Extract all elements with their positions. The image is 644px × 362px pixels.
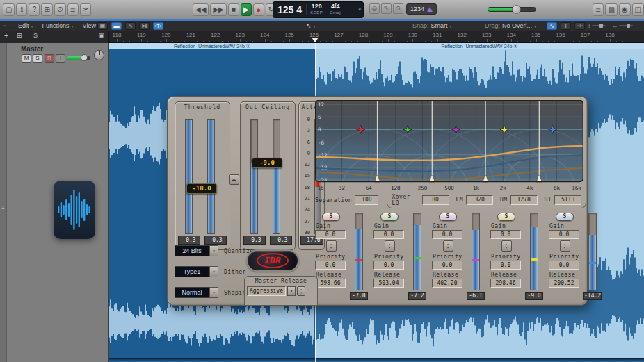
band-4-priority[interactable]: 0.0	[490, 261, 521, 270]
input-monitor-button[interactable]: I	[56, 54, 65, 63]
chevron-down-icon[interactable]: ▾	[209, 266, 218, 277]
grid-view-icon[interactable]: ▦	[97, 22, 108, 30]
vertical-zoom-slider[interactable]: ↕	[588, 23, 606, 29]
list-icon[interactable]: ≣	[593, 3, 604, 16]
band-1-marker[interactable]	[355, 259, 362, 261]
notepad-icon[interactable]: ▤	[605, 3, 617, 16]
volume-thumb[interactable]	[512, 5, 521, 14]
band-1-release[interactable]: 598.66	[315, 279, 346, 288]
band-3-priority[interactable]: 0.0	[432, 261, 462, 270]
band-4-release[interactable]: 298.46	[490, 279, 521, 288]
band-2-gain[interactable]: 0.0	[373, 230, 404, 239]
auto-zoom-icon[interactable]: ⊣⊢	[574, 22, 585, 30]
chevron-down-icon[interactable]: ▾	[287, 286, 296, 296]
band-3-solo-button[interactable]: S	[439, 213, 457, 221]
add-track-button[interactable]: +	[4, 32, 8, 40]
multiband-graph[interactable]: 1260-6-12-18-241632641282505001k2k4k8k16…	[315, 100, 583, 192]
ceiling-fader[interactable]: -9.0	[252, 158, 282, 168]
help-icon[interactable]: ?	[29, 3, 40, 16]
band-2-priority[interactable]: 0.0	[373, 261, 404, 270]
track-volume-thumb[interactable]	[81, 54, 88, 61]
monitor-icon[interactable]: ◫	[632, 3, 644, 16]
band-3-gain-stepper[interactable]: ▴▾	[443, 240, 453, 252]
forward-button[interactable]: ▶▶	[210, 3, 226, 16]
band-2-marker[interactable]	[414, 257, 421, 259]
band-3-marker[interactable]	[472, 259, 479, 261]
region-name-bar[interactable]: Reflection_UnmasteredWAV-24b ①	[315, 43, 644, 49]
solo-mode-button[interactable]: S	[393, 3, 403, 14]
dither-dropdown[interactable]: Type1▾	[175, 266, 218, 277]
snap-menu[interactable]: Snap: Smart ▾	[412, 22, 452, 30]
region-name-bar[interactable]: Reflection_UnmasteredWAV-24b ①	[109, 43, 315, 49]
band-1-gain-stepper[interactable]: ▴▾	[326, 240, 337, 252]
link-icon[interactable]: ⌁	[3, 22, 6, 30]
slider-thumb[interactable]	[599, 24, 603, 28]
track-volume-slider[interactable]	[67, 56, 90, 60]
threshold-value-right[interactable]: -0.3	[204, 236, 227, 245]
band-3-release[interactable]: 402.20	[432, 279, 462, 288]
band-4-marker[interactable]	[531, 258, 538, 261]
drag-menu[interactable]: Drag: No Overl... ▾	[485, 22, 536, 30]
band-4-gain-stepper[interactable]: ▴▾	[501, 240, 512, 252]
mute-button[interactable]: M	[22, 54, 31, 63]
stop-button[interactable]: ■	[228, 3, 239, 16]
band-1-gain[interactable]: 0.0	[315, 230, 346, 239]
chevron-down-icon[interactable]: ▾	[209, 287, 218, 298]
xover-field-1[interactable]: 80	[422, 195, 449, 205]
user-icon[interactable]: ◉	[619, 3, 631, 16]
quantize-dropdown[interactable]: 24 Bits▾	[175, 245, 218, 256]
band-2-release[interactable]: 503.04	[373, 279, 404, 288]
band-3-gain[interactable]: 0.0	[432, 230, 462, 239]
band-5-priority[interactable]: 0.0	[549, 261, 579, 270]
link-faders-button[interactable]: ◄►	[229, 174, 239, 185]
chevron-down-icon[interactable]: ▾	[209, 245, 218, 256]
master-volume-slider[interactable]	[488, 7, 536, 12]
band-4-gain[interactable]: 0.0	[490, 230, 521, 239]
solo-button[interactable]: S	[33, 54, 42, 63]
band-1-priority[interactable]: 0.0	[315, 261, 346, 270]
shaping-dropdown[interactable]: Normal▾	[175, 287, 218, 298]
automation-icon[interactable]: ∿	[125, 22, 136, 30]
bar-ruler[interactable]: 1181191201211221231241251261271281291301…	[109, 31, 644, 43]
pan-knob[interactable]	[94, 50, 104, 60]
band-5-gain-stepper[interactable]: ▴▾	[560, 240, 570, 252]
marquee-icon[interactable]: I	[561, 22, 571, 30]
xover-field-2[interactable]: 320	[466, 195, 493, 205]
playhead-marker[interactable]	[312, 38, 319, 42]
duplicate-track-icon[interactable]: ⊞	[17, 32, 22, 39]
band-5-release[interactable]: 200.52	[549, 279, 579, 288]
tuner-icon[interactable]: ◎	[369, 3, 380, 14]
pencil-icon[interactable]: ✎	[381, 3, 392, 14]
cut-icon[interactable]: ✂	[80, 3, 91, 16]
play-button[interactable]: ▶	[241, 3, 252, 16]
lcd-display[interactable]: 125 4 120 KEEP 4/4 Cmaj ▾	[273, 1, 364, 18]
menu-functions[interactable]: Functions▾	[42, 22, 74, 29]
band-5-solo-button[interactable]: S	[556, 213, 574, 221]
record-enable-button[interactable]: R	[45, 54, 54, 63]
track-name[interactable]: Master	[21, 45, 43, 53]
xover-field-3[interactable]: 1278	[510, 195, 538, 205]
band-2-solo-button[interactable]: S	[380, 213, 399, 221]
mixer-icon[interactable]: ≣	[67, 3, 79, 16]
counter-display[interactable]: 1234	[406, 3, 437, 15]
ceiling-value-left[interactable]: -0.3	[243, 236, 266, 245]
flex-icon[interactable]: ⋈	[139, 22, 150, 30]
master-release-stepper[interactable]: ▴▾	[297, 286, 305, 296]
horizontal-zoom-slider[interactable]: ↔	[612, 23, 633, 29]
menu-edit[interactable]: Edit▾	[18, 22, 33, 29]
band-1-solo-button[interactable]: S	[322, 213, 340, 221]
zero-crossing-icon[interactable]: ∅	[54, 3, 66, 16]
pointer-tool-menu[interactable]: ↖ ▾	[306, 22, 316, 30]
threshold-value-left[interactable]: -0.3	[178, 236, 200, 245]
band-5-gain[interactable]: 0.0	[549, 230, 579, 239]
ceiling-value-right[interactable]: -0.3	[270, 236, 292, 245]
track-header-config-icon[interactable]: ▣	[98, 32, 104, 39]
band-2-gain-stepper[interactable]: ▴▾	[385, 240, 395, 252]
xover-field-4[interactable]: 5113	[554, 195, 581, 205]
waveform-zoom-icon[interactable]: ∿	[547, 22, 557, 30]
separation-field[interactable]: 100	[355, 195, 378, 205]
regions-view-icon[interactable]: ▬	[111, 22, 122, 30]
info-icon[interactable]: ℹ	[16, 3, 27, 16]
band-5-marker[interactable]	[589, 262, 596, 264]
band-4-solo-button[interactable]: S	[497, 213, 515, 221]
